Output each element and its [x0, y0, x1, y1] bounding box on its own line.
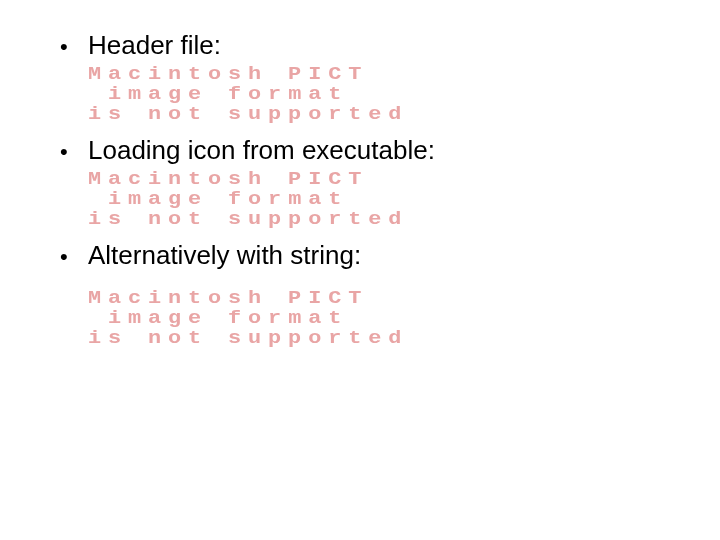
bullet-item-1: • Header file: Macintosh PICT image form… [60, 30, 660, 125]
bullet-text: Alternatively with string: [88, 240, 361, 271]
bullet-row: • Alternatively with string: [60, 240, 660, 271]
pict-error-line3: is not supported [88, 103, 408, 125]
bullet-item-3: • Alternatively with string: Macintosh P… [60, 240, 660, 349]
bullet-dot-icon: • [60, 34, 88, 60]
bullet-dot-icon: • [60, 139, 88, 165]
pict-error-line3: is not supported [88, 208, 408, 230]
pict-error-line3: is not supported [88, 327, 408, 349]
pict-error-line2: image format [108, 83, 348, 105]
bullet-text: Loading icon from executable: [88, 135, 435, 166]
pict-error-line2: image format [108, 307, 348, 329]
pict-error-placeholder: Macintosh PICT image format is not suppo… [88, 289, 720, 349]
pict-error-line1: Macintosh PICT [88, 287, 368, 309]
bullet-row: • Header file: [60, 30, 660, 61]
bullet-row: • Loading icon from executable: [60, 135, 660, 166]
bullet-text: Header file: [88, 30, 221, 61]
pict-error-placeholder: Macintosh PICT image format is not suppo… [88, 170, 720, 230]
pict-error-placeholder: Macintosh PICT image format is not suppo… [88, 65, 720, 125]
bullet-item-2: • Loading icon from executable: Macintos… [60, 135, 660, 230]
bullet-dot-icon: • [60, 244, 88, 270]
pict-error-line1: Macintosh PICT [88, 168, 368, 190]
pict-error-line2: image format [108, 188, 348, 210]
slide: • Header file: Macintosh PICT image form… [0, 0, 720, 540]
pict-error-line1: Macintosh PICT [88, 63, 368, 85]
